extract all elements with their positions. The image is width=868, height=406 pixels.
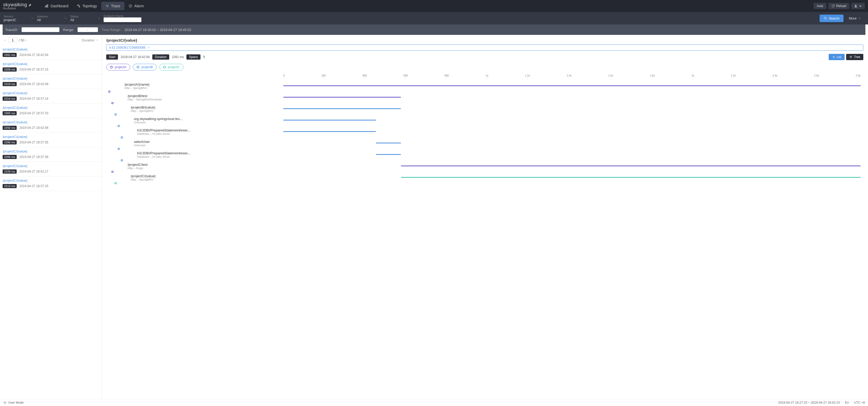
span-row[interactable]: /projectB/{value} Http – SpringMVC [106, 103, 863, 115]
svg-point-8 [824, 17, 826, 19]
status-filter[interactable]: Status All [70, 15, 101, 22]
search-button[interactable]: Search [819, 14, 843, 22]
instance-filter[interactable]: Instance All [37, 15, 68, 22]
trace-endpoint: /projectC/{value} [3, 149, 99, 153]
span-node-icon [118, 125, 120, 127]
service-filter[interactable]: Service projectC [4, 15, 35, 22]
trace-item[interactable]: /projectC/{value} 2213 ms 2019-04-27 18:… [0, 177, 101, 191]
span-subtitle: Database – h2-jdbc-driver [137, 155, 283, 158]
duration-value: 2391 ms [172, 55, 184, 59]
legend-chip[interactable]: projectA [106, 64, 130, 70]
topology-icon [77, 4, 81, 8]
merge-icon [105, 4, 109, 8]
trace-endpoint: /projectC/{value} [3, 106, 99, 110]
reload-button[interactable]: Reload [829, 3, 849, 9]
pager-input[interactable] [8, 37, 17, 43]
trace-timestamp: 2019-04-27 18:37:38 [19, 155, 48, 159]
logo-main: skywalking [3, 2, 27, 7]
span-bar [283, 131, 376, 132]
trace-duration-badge: 2328 ms [3, 67, 17, 71]
svg-point-7 [855, 5, 857, 6]
trace-item[interactable]: /projectC/{value} 2285 ms 2019-04-27 18:… [0, 147, 101, 162]
span-row[interactable]: selectUser Unknown [106, 137, 863, 149]
span-row[interactable]: /projectA/{name} Http – SpringMVC [106, 80, 863, 92]
legend-label: projectC [168, 65, 180, 69]
list-view-button[interactable]: List [829, 54, 844, 60]
nav-alarm[interactable]: Alarm [124, 2, 148, 10]
endpoint-input[interactable] [104, 18, 142, 22]
nav-topology-label: Topology [83, 4, 97, 8]
axis-tick: 1s [486, 74, 488, 79]
endpoint-label: Endpoint Name [104, 14, 142, 18]
span-bar [401, 177, 861, 178]
trace-endpoint: /projectC/{value} [3, 179, 99, 182]
legend-label: projectB [142, 65, 153, 69]
traceid-input[interactable] [22, 27, 59, 32]
auto-button[interactable]: Auto [814, 3, 826, 9]
span-subtitle: Http – SpringMVC [131, 109, 283, 113]
rocket-icon [28, 4, 33, 8]
footer-lang[interactable]: En [845, 401, 849, 404]
nav-topology[interactable]: Topology [73, 2, 101, 10]
axis-tick: 2.2s [731, 74, 736, 79]
span-row[interactable]: /projectB/test Http – SpringRestTemplate [106, 92, 863, 103]
more-label: More [849, 17, 857, 20]
trace-timestamp: 2019-04-27 18:42:17 [19, 170, 48, 173]
axis-tick: 200 [321, 74, 326, 79]
span-name: selectUser [134, 140, 283, 144]
service-value: projectC [4, 18, 30, 22]
span-row[interactable]: H2/JDBI/PreparedStatement/exec... Databa… [106, 126, 863, 137]
pager-total: / 50 [19, 38, 25, 42]
legend-dot [163, 66, 166, 68]
span-subtitle: Database – h2-jdbc-driver [137, 132, 283, 135]
trace-item[interactable]: /projectC/{value} 2328 ms 2019-04-27 18:… [0, 60, 101, 74]
user-mode-label[interactable]: User Mode [8, 401, 24, 404]
trace-item[interactable]: /projectC/{value} 2305 ms 2019-04-27 18:… [0, 103, 101, 118]
span-row[interactable]: /projectC/test Http – Feign [106, 160, 863, 172]
span-bar [283, 120, 376, 121]
pager-next[interactable]: › [25, 38, 29, 42]
trace-duration-badge: 2314 ms [3, 97, 17, 101]
svg-point-0 [30, 5, 31, 5]
reload-icon [832, 4, 835, 7]
span-name: /projectB/{value} [131, 105, 283, 109]
list-label: List [837, 55, 841, 59]
tree-label: Tree [854, 55, 860, 59]
chevron-up-icon [858, 17, 861, 20]
status-label: Status [70, 15, 96, 18]
range-input[interactable] [78, 27, 98, 32]
trace-item[interactable]: /projectC/{value} 2292 ms 2019-04-27 18:… [0, 118, 101, 133]
chevron-down-icon [859, 4, 862, 8]
traceid-label: TraceID: [5, 28, 18, 32]
bar-chart-icon [45, 4, 49, 8]
span-row[interactable]: H2/JDBI/PreparedStatement/exec... Databa… [106, 149, 863, 160]
span-row[interactable]: /projectC/{value} Http – SpringMVC [106, 172, 863, 183]
endpoint-filter: Endpoint Name [104, 14, 147, 22]
trace-item[interactable]: /projectC/{value} 2286 ms 2019-04-27 18:… [0, 133, 101, 147]
time-axis: 02004006008001s1.2s1.4s1.6s1.8s2s2.2s2.4… [283, 74, 863, 79]
pager-prev[interactable]: ‹ [3, 38, 7, 42]
range-label: Range: [63, 28, 74, 32]
span-row[interactable]: org.skywalking.springcloud.tes... Unknow… [106, 115, 863, 126]
start-value: 2019-04-27 18:42:04 [121, 55, 149, 59]
trace-item[interactable]: /projectC/{value} 2228 ms 2019-04-27 18:… [0, 162, 101, 177]
trace-endpoint: /projectC/{value} [3, 120, 99, 124]
user-menu-button[interactable] [851, 3, 865, 9]
svg-point-12 [4, 402, 5, 403]
trace-id-selector[interactable]: 4.52.15563617236800095 [106, 44, 863, 51]
legend-chip[interactable]: projectB [133, 64, 157, 70]
footer-tz[interactable]: UTC +8 [854, 401, 865, 404]
nav-dashboard[interactable]: Dashboard [41, 2, 73, 10]
tree-view-button[interactable]: Tree [846, 54, 863, 60]
nav-trace[interactable]: Trace [101, 2, 124, 10]
duration-sort[interactable]: Duration [82, 38, 99, 42]
span-name: /projectC/test [128, 163, 283, 166]
trace-duration-badge: 2305 ms [3, 111, 17, 115]
service-label: Service [4, 15, 30, 18]
trace-item[interactable]: /projectC/{value} 2391 ms 2019-04-27 18:… [0, 45, 101, 60]
footer-timerange[interactable]: 2019-04-27 18:27:23 ~ 2019-04-27 18:42:2… [778, 401, 840, 404]
trace-item[interactable]: /projectC/{value} 2314 ms 2019-04-27 18:… [0, 89, 101, 103]
legend-chip[interactable]: projectC [159, 64, 184, 70]
more-button[interactable]: More [846, 14, 864, 22]
trace-item[interactable]: /projectC/{value} 2318 ms 2019-04-27 18:… [0, 74, 101, 89]
